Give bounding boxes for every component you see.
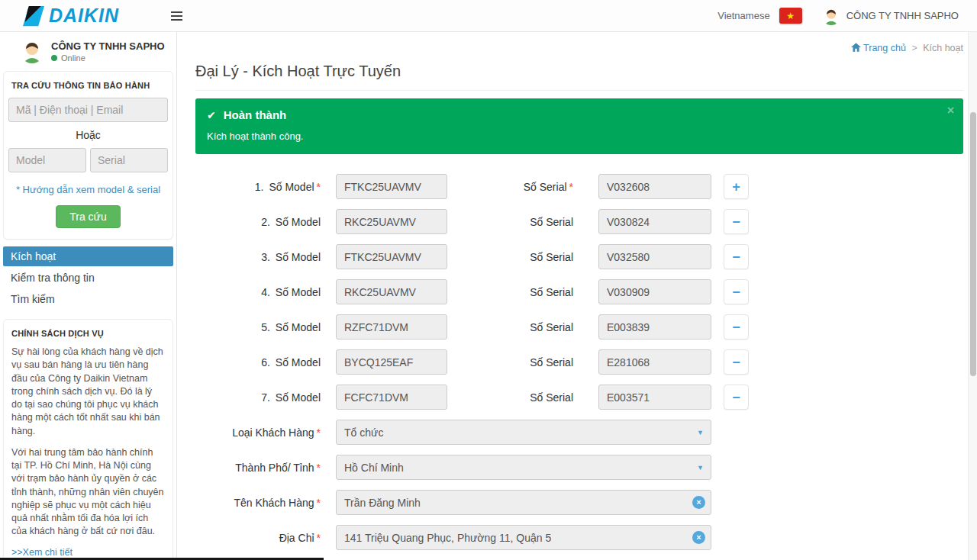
serial-label: Số Serial: [524, 181, 567, 193]
serial-input-6[interactable]: [598, 349, 711, 375]
model-serial-guide-link[interactable]: * Hướng dẫn xem model & serial: [8, 184, 168, 195]
flag-star: ★: [786, 11, 795, 21]
address-row: Địa Chỉ* ×: [195, 525, 963, 550]
model-input-4[interactable]: [336, 279, 447, 304]
row-index: 2.: [261, 216, 270, 228]
row-index: 1.: [255, 181, 264, 193]
user-menu[interactable]: CÔNG TY TNHH SAPHO: [822, 7, 959, 25]
sidebar-nav: Kích hoạt Kiểm tra thông tin Tìm kiếm: [3, 246, 173, 309]
online-status-label: Online: [61, 53, 85, 63]
plus-icon: +: [732, 180, 740, 194]
sidebar-item-kich-hoat[interactable]: Kích hoạt: [3, 246, 173, 266]
device-row-3: 3.Số Model Số Serial −: [195, 244, 963, 269]
minus-icon: −: [732, 250, 740, 264]
alert-close-icon[interactable]: ×: [947, 105, 954, 117]
policy-title: CHÍNH SÁCH DỊCH VỤ: [11, 329, 168, 338]
sidebar-item-tim-kiem[interactable]: Tìm kiếm: [3, 289, 173, 309]
address-input[interactable]: [336, 525, 711, 550]
required-asterisk: *: [569, 181, 573, 193]
city-label: Thành Phố/ Tỉnh: [235, 462, 314, 474]
user-avatar: [822, 7, 840, 25]
policy-paragraph: Sự hài lòng của khách hàng về dịch vụ sa…: [11, 346, 165, 438]
serial-label: Số Serial: [530, 251, 573, 263]
model-input-1[interactable]: [336, 174, 447, 199]
remove-row-button[interactable]: −: [724, 349, 749, 375]
model-label: Số Model: [276, 216, 321, 228]
row-index: 5.: [261, 321, 270, 333]
row-index: 6.: [261, 356, 270, 369]
model-input-5[interactable]: [336, 314, 447, 340]
top-header: DAIKIN Vietnamese ★ CÔNG TY TNHH SAPHO: [0, 0, 977, 32]
city-row: Thành Phố/ Tỉnh* Hồ Chí Minh ▼: [195, 455, 963, 480]
address-label: Địa Chỉ: [279, 532, 314, 544]
policy-paragraph: Với hai trung tâm bảo hành chính tại TP.…: [11, 446, 165, 539]
minus-icon: −: [732, 391, 740, 404]
add-row-button[interactable]: +: [724, 174, 749, 199]
serial-input-3[interactable]: [598, 244, 711, 269]
lookup-code-input[interactable]: [8, 98, 168, 122]
daikin-logo[interactable]: DAIKIN: [0, 5, 153, 27]
check-icon: ✔: [207, 109, 216, 121]
customer-type-select[interactable]: Tổ chức: [336, 420, 711, 445]
required-asterisk: *: [317, 181, 321, 193]
breadcrumb-home-link[interactable]: Trang chủ: [851, 43, 906, 53]
row-index: 4.: [261, 286, 270, 298]
minus-icon: −: [732, 285, 740, 299]
policy-detail-link[interactable]: >>Xem chi tiết: [11, 547, 165, 558]
remove-row-button[interactable]: −: [724, 314, 749, 340]
device-row-6: 6.Số Model Số Serial −: [195, 349, 963, 375]
model-label: Số Model: [276, 286, 321, 298]
model-input-7[interactable]: [336, 385, 447, 410]
vietnam-flag-icon[interactable]: ★: [779, 8, 802, 24]
device-row-2: 2.Số Model Số Serial −: [195, 209, 963, 234]
model-input-3[interactable]: [336, 244, 447, 269]
serial-label: Số Serial: [530, 216, 573, 228]
home-icon: [851, 43, 861, 52]
model-label: Số Model: [276, 251, 321, 263]
serial-input-1[interactable]: [598, 174, 711, 199]
remove-row-button[interactable]: −: [724, 244, 749, 269]
serial-input-5[interactable]: [598, 314, 711, 340]
customer-name-label: Tên Khách Hàng: [234, 497, 314, 509]
alert-title: Hoàn thành: [224, 108, 287, 121]
activation-form: 1.Số Model* Số Serial* + 2.Số Model Số S…: [195, 174, 963, 560]
sidebar: CÔNG TY TNHH SAPHO Online TRA CỨU THÔNG …: [0, 32, 177, 560]
remove-row-button[interactable]: −: [724, 385, 749, 410]
row-index: 3.: [261, 251, 270, 263]
sidebar-item-kiem-tra-thong-tin[interactable]: Kiểm tra thông tin: [3, 268, 173, 288]
device-row-4: 4.Số Model Số Serial −: [195, 279, 963, 304]
lookup-serial-input[interactable]: [90, 148, 168, 172]
language-selector[interactable]: Vietnamese: [717, 10, 769, 21]
lookup-button[interactable]: Tra cứu: [56, 205, 121, 228]
serial-input-4[interactable]: [598, 279, 711, 304]
customer-name-input[interactable]: [336, 490, 711, 515]
row-index: 7.: [261, 391, 270, 404]
sidebar-user-panel: CÔNG TY TNHH SAPHO Online: [0, 32, 176, 69]
minus-icon: −: [732, 320, 740, 334]
remove-row-button[interactable]: −: [724, 209, 749, 234]
city-select[interactable]: Hồ Chí Minh: [336, 455, 711, 480]
sidebar-avatar: [20, 39, 44, 63]
serial-label: Số Serial: [530, 321, 573, 333]
model-label: Số Model: [276, 321, 321, 333]
model-label: Số Model: [276, 356, 321, 369]
lookup-model-input[interactable]: [8, 148, 86, 172]
device-row-7: 7.Số Model Số Serial −: [195, 385, 963, 410]
header-user-name: CÔNG TY TNHH SAPHO: [846, 10, 959, 21]
serial-input-7[interactable]: [598, 385, 711, 410]
required-asterisk: *: [317, 462, 321, 474]
sidebar-user-name: CÔNG TY TNHH SAPHO: [51, 40, 165, 52]
model-input-6[interactable]: [336, 349, 447, 375]
clear-icon[interactable]: ×: [692, 531, 705, 544]
remove-row-button[interactable]: −: [724, 279, 749, 304]
clear-icon[interactable]: ×: [692, 496, 705, 509]
model-label: Số Model: [276, 391, 321, 404]
daikin-logo-mark: [23, 5, 44, 27]
menu-toggle-icon[interactable]: [168, 6, 185, 26]
scrollbar-thumb[interactable]: [970, 112, 976, 376]
minus-icon: −: [732, 215, 740, 229]
customer-type-row: Loại Khách Hàng* Tổ chức ▼: [195, 420, 963, 445]
required-asterisk: *: [317, 532, 321, 544]
serial-input-2[interactable]: [598, 209, 711, 234]
model-input-2[interactable]: [336, 209, 447, 234]
